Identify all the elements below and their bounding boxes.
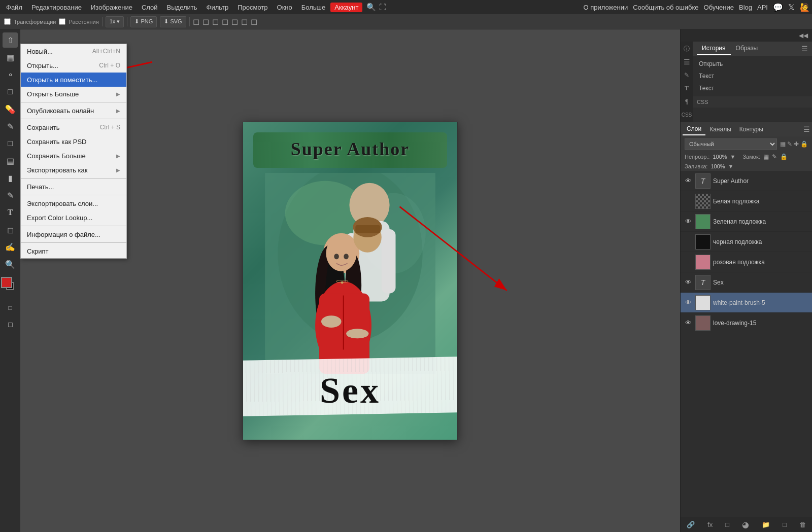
quick-mask-tool[interactable]: □ — [3, 300, 18, 315]
layer-black-bg[interactable]: 👁 черная подложка — [681, 232, 812, 252]
api-link[interactable]: API — [757, 4, 768, 11]
layer-super-author[interactable]: 👁 T Super Author — [681, 171, 812, 191]
menu-item-save-psd[interactable]: Сохранить как PSD — [21, 134, 126, 149]
menu-file[interactable]: Файл — [2, 3, 26, 12]
history-panel-menu[interactable]: ☰ — [801, 45, 808, 53]
hand-tool[interactable]: ✍ — [3, 239, 18, 255]
learn-link[interactable]: Обучение — [704, 4, 734, 11]
export-svg-btn[interactable]: ⬇ SVG — [160, 16, 186, 27]
history-tab[interactable]: История — [697, 43, 731, 55]
align-right-icon[interactable]: ◻ — [212, 17, 219, 26]
add-style-btn[interactable]: fx — [705, 520, 715, 529]
brush-tool[interactable]: ✎ — [3, 119, 18, 134]
blog-link[interactable]: Blog — [739, 4, 752, 11]
lock-icon-row2[interactable]: ✎ — [772, 153, 777, 160]
layers-tab[interactable]: Слои — [683, 123, 705, 135]
align-center-v-icon[interactable]: ◻ — [231, 17, 238, 26]
fill-down-arrow[interactable]: ▼ — [728, 163, 734, 169]
gradient-tool[interactable]: ▮ — [3, 170, 18, 186]
layer-eye-super-author[interactable]: 👁 — [684, 176, 693, 186]
layers-icon[interactable]: ☰ — [682, 57, 692, 67]
new-group-btn[interactable]: 📁 — [760, 520, 772, 529]
blend-mode-select[interactable]: Обычный — [685, 138, 777, 150]
menu-item-save[interactable]: Сохранить Ctrl + S — [21, 120, 126, 134]
text-tool[interactable]: T — [3, 205, 18, 220]
about-link[interactable]: О приложении — [584, 4, 628, 11]
lock-transparent-icon[interactable]: ▦ — [780, 140, 786, 148]
opacity-down-arrow[interactable]: ▼ — [730, 154, 736, 160]
delete-layer-btn[interactable]: 🗑 — [797, 520, 808, 529]
layer-love-drawing[interactable]: 👁 love-drawing-15 — [681, 313, 812, 333]
menu-account[interactable]: Аккаунт — [330, 3, 362, 12]
layer-green-bg[interactable]: 👁 Зеленая подложка — [681, 211, 812, 232]
menu-item-export-layers[interactable]: Экспортировать слои... — [21, 196, 126, 210]
menu-item-save-more[interactable]: Сохранить Больше ▶ — [21, 149, 126, 163]
menu-item-export-as[interactable]: Экспортировать как ▶ — [21, 163, 126, 177]
pen-tool[interactable]: ✎ — [3, 188, 18, 203]
layer-pink-bg[interactable]: 👁 розовая подложка — [681, 252, 812, 272]
select-tool[interactable]: ▦ — [3, 50, 18, 65]
paragraph-icon[interactable]: ¶ — [682, 96, 692, 107]
layers-panel-menu[interactable]: ☰ — [803, 125, 810, 133]
layer-eye-green-bg[interactable]: 👁 — [684, 217, 693, 226]
menu-item-script[interactable]: Скрипт — [21, 244, 126, 258]
add-adjustment-btn[interactable]: ◕ — [740, 519, 751, 530]
history-item-text2[interactable]: Текст — [693, 82, 812, 94]
layer-eye-white-paint[interactable]: 👁 — [684, 298, 693, 307]
menu-item-open[interactable]: Открыть... Ctrl + O — [21, 58, 126, 73]
layer-eye-black-bg[interactable]: 👁 — [684, 237, 693, 246]
reddit-icon[interactable]: 💬 — [773, 3, 783, 12]
opacity-value[interactable]: 100% — [713, 154, 727, 160]
menu-item-new[interactable]: Новый... Alt+Ctrl+N — [21, 44, 126, 58]
eraser-tool[interactable]: □ — [3, 136, 18, 151]
layer-sex-text[interactable]: 👁 T Sex — [681, 272, 812, 293]
menu-item-open-place[interactable]: Открыть и поместить... — [21, 73, 126, 87]
twitter-icon[interactable]: 𝕏 — [788, 3, 795, 12]
shape-tool[interactable]: ◻ — [3, 222, 18, 237]
text-panel-icon[interactable]: T — [682, 83, 692, 93]
images-tab[interactable]: Образы — [731, 43, 763, 55]
fullscreen-icon[interactable]: ⛶ — [379, 3, 386, 11]
align-bottom-icon[interactable]: ◻ — [241, 17, 248, 26]
layer-eye-love-drawing[interactable]: 👁 — [684, 318, 693, 328]
screen-mode-tool[interactable]: ☐ — [3, 317, 18, 333]
paths-tab[interactable]: Контуры — [735, 124, 767, 135]
align-top-icon[interactable]: ◻ — [222, 17, 228, 26]
collapse-panel-btn[interactable]: ◀◀ — [797, 31, 810, 40]
align-center-h-icon[interactable]: ◻ — [202, 17, 209, 26]
lock-brush-icon[interactable]: ✎ — [787, 140, 792, 148]
menu-item-print[interactable]: Печать... — [21, 180, 126, 194]
search-icon[interactable]: 🔍 — [366, 3, 376, 12]
align-left-icon[interactable]: ◻ — [193, 17, 199, 26]
history-item-text1[interactable]: Текст — [693, 70, 812, 82]
menu-select[interactable]: Выделить — [163, 3, 201, 12]
menu-item-file-info[interactable]: Информация о файле... — [21, 227, 126, 241]
lock-position-icon[interactable]: ✚ — [794, 140, 799, 148]
menu-layer[interactable]: Слой — [138, 3, 162, 12]
lasso-tool[interactable]: ⚬ — [3, 67, 18, 82]
transform-checkbox[interactable] — [4, 18, 11, 25]
menu-image[interactable]: Изображение — [87, 3, 137, 12]
channels-tab[interactable]: Каналы — [705, 124, 735, 135]
layer-white-bg[interactable]: 👁 Белая подложка — [681, 191, 812, 211]
new-layer-btn[interactable]: □ — [781, 520, 789, 529]
eyedropper-tool[interactable]: 💊 — [3, 101, 18, 117]
lock-icon-row[interactable]: ▦ — [763, 153, 769, 160]
info-panel-icon[interactable]: ⓘ — [682, 44, 692, 54]
move-tool[interactable]: ⇧ — [3, 32, 18, 48]
zoom-btn[interactable]: 1x ▾ — [106, 16, 124, 27]
facebook-icon[interactable]: 🙋 — [800, 3, 810, 12]
add-mask-btn[interactable]: □ — [723, 520, 731, 529]
menu-window[interactable]: Окно — [273, 3, 296, 12]
paint-bucket-tool[interactable]: ▤ — [3, 153, 18, 168]
layer-eye-pink-bg[interactable]: 👁 — [684, 258, 693, 267]
menu-item-open-more[interactable]: Открыть Больше ▶ — [21, 87, 126, 101]
export-png-btn[interactable]: ⬇ PNG — [130, 16, 157, 27]
lock-all-icon[interactable]: 🔒 — [800, 140, 808, 148]
distribute-icon[interactable]: ◻ — [251, 17, 257, 26]
menu-more[interactable]: Больше — [297, 3, 330, 12]
layer-eye-white-bg[interactable]: 👁 — [684, 197, 693, 206]
distance-checkbox[interactable] — [59, 18, 65, 25]
menu-filter[interactable]: Фильтр — [202, 3, 233, 12]
menu-item-publish[interactable]: Опубликовать онлайн ▶ — [21, 103, 126, 118]
